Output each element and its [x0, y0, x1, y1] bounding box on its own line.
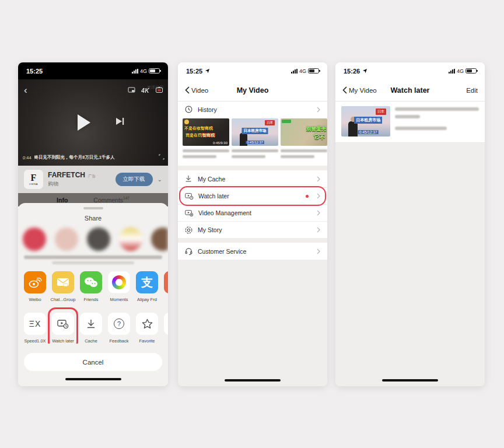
share-app-chat-group[interactable]: Chat...Group [52, 271, 74, 302]
history-thumbnail[interactable]: 日本 日本租房市场 0:45/12:37 [232, 118, 278, 146]
home-indicator [65, 378, 121, 380]
home-indicator [382, 379, 438, 382]
empty-area [178, 260, 327, 386]
menu-row-video-management[interactable]: Video Management [178, 204, 327, 221]
cancel-button[interactable]: Cancel [24, 353, 162, 371]
play-button[interactable] [78, 114, 90, 131]
signal-icon [291, 69, 298, 74]
ad-brand-name: FARFETCH [48, 171, 85, 179]
thumb-text: 日本租房市场 [354, 117, 382, 124]
chevron-down-icon[interactable]: ⌄ [158, 176, 162, 183]
video-thumbnail[interactable]: 日本 日本租房市场 0:45/12:37 [341, 106, 390, 136]
tab-info[interactable]: Info [57, 197, 68, 204]
history-thumbnails: 不是在收智商税 而是在罚智商税 0:45/9:30 日本 日本租房市场 0:45… [178, 117, 327, 146]
page-title: My Video [237, 86, 269, 94]
signal-icon [132, 69, 138, 74]
chevron-left-icon [342, 86, 347, 94]
watch-later-video-item[interactable]: 日本 日本租房市场 0:45/12:37 [335, 102, 485, 143]
video-management-icon [185, 209, 194, 217]
menu-row-history[interactable]: History [178, 102, 327, 117]
blurred-caption [183, 149, 229, 161]
section-gap [178, 238, 327, 243]
menu-row-watch-later[interactable]: Watch later [178, 187, 327, 204]
action-cache[interactable]: Cache [80, 313, 102, 344]
blurred-text-line [24, 256, 162, 259]
next-video-icon[interactable] [116, 117, 125, 128]
partial-action-icon [164, 313, 168, 335]
notification-dot [306, 195, 309, 198]
share-app-weibo[interactable]: Weibo [24, 271, 46, 302]
ad-category: 购物 [48, 180, 111, 188]
speed-icon: ΞX [24, 313, 46, 335]
share-app-friends[interactable]: Friends [80, 271, 102, 302]
share-app-label: Moments [110, 297, 128, 302]
network-label: 4G [140, 68, 147, 74]
share-app-partial[interactable] [164, 271, 168, 302]
share-sheet-title: Share [18, 215, 168, 222]
farfetch-logo: F CHINA [24, 170, 43, 189]
thumb-text: 日本租房市场 [242, 128, 268, 134]
menu-row-customer-service[interactable]: Customer Service [178, 243, 327, 260]
action-label: Speed1.0X [24, 338, 46, 344]
nav-back-button[interactable]: My Video [342, 86, 377, 94]
action-feedback[interactable]: ? Feedback [108, 313, 130, 344]
customer-service-icon [185, 247, 193, 255]
status-time: 15:26 [344, 68, 360, 75]
thumb-badge: 日本 [265, 120, 275, 125]
ad-banner[interactable]: F CHINA FARFETCH 广告 购物 立即下载 ⌄ [18, 166, 168, 193]
blurred-avatar [151, 228, 168, 251]
drag-handle[interactable] [83, 207, 103, 209]
share-app-moments[interactable]: Moments [108, 271, 130, 302]
video-player[interactable]: ‹ 4K 星球视频 0:44 终日见不到阳光，每个月8万日元,1千多人 [18, 79, 168, 166]
share-app-label: Alipay Frd [137, 297, 157, 302]
pip-icon[interactable] [128, 85, 135, 96]
menu-row-label: Watch later [198, 192, 301, 200]
share-app-label: Friends [83, 297, 98, 302]
back-chevron-icon[interactable]: ‹ [24, 85, 27, 95]
nav-back-button[interactable]: Video [185, 86, 208, 94]
action-watch-later[interactable]: Watch later [52, 313, 74, 344]
chevron-left-icon [185, 86, 190, 94]
network-label: 4G [457, 68, 464, 74]
cache-download-icon [185, 175, 193, 183]
thumb-text: 别替蛋壳 [306, 126, 326, 133]
menu-row-my-cache[interactable]: My Cache [178, 170, 327, 187]
download-now-button[interactable]: 立即下载 [116, 173, 153, 186]
thumb-text-highlight: 智商税 [202, 133, 215, 137]
share-sheet: Share Weibo Chat...Group [18, 203, 168, 386]
nav-bar: Video My Video [178, 79, 327, 102]
edit-button[interactable]: Edit [466, 87, 478, 94]
tab-comments[interactable]: Comments147 [93, 196, 130, 204]
blurred-video-title [395, 106, 479, 136]
status-bar: 15:26 4G [335, 62, 485, 79]
thumb-text: 而是在罚 [186, 133, 202, 137]
share-apps-row: Weibo Chat...Group Friends Moments 支 [18, 264, 168, 302]
battery-icon [149, 68, 160, 74]
thumb-badge [282, 120, 291, 123]
blurred-recent-contacts [18, 222, 168, 253]
history-thumbnail[interactable]: 不是在收智商税 而是在罚智商税 0:45/9:30 [183, 118, 229, 146]
action-speed[interactable]: ΞX Speed1.0X [24, 313, 46, 344]
thumb-timestamp: 0:45/12:37 [246, 141, 264, 144]
action-favorite[interactable]: Favorite [136, 313, 158, 344]
action-partial[interactable]: C [164, 313, 168, 344]
history-section: History 不是在收智商税 而是在罚智商税 0:45/9:30 日本 日本租… [178, 102, 327, 166]
phone-screenshot-watch-later: 15:26 4G My Video Watch later Edit 日本 日本… [335, 62, 485, 386]
speed-glyph: ΞX [29, 319, 41, 328]
comments-count: 147 [123, 196, 130, 200]
fullscreen-icon[interactable] [159, 154, 164, 161]
blurred-text-line [52, 261, 134, 264]
farfetch-logo-letter: F [31, 173, 37, 183]
menu-row-my-story[interactable]: My Story [178, 221, 327, 238]
thumb-timestamp: 0:45/9:30 [213, 141, 228, 145]
feedback-icon: ? [108, 313, 130, 335]
watermark: 星球视频 [147, 85, 163, 90]
battery-icon [308, 68, 319, 74]
blurred-thumbnail-captions [178, 146, 327, 161]
chevron-right-icon [317, 193, 320, 199]
share-app-alipay[interactable]: 支 Alipay Frd [136, 271, 158, 302]
share-app-label: Chat...Group [51, 297, 76, 302]
blurred-avatar [23, 228, 46, 251]
history-thumbnail[interactable]: 别替蛋壳 它不 [281, 118, 327, 146]
thumb-text: 而是在罚智商税 [186, 132, 215, 138]
